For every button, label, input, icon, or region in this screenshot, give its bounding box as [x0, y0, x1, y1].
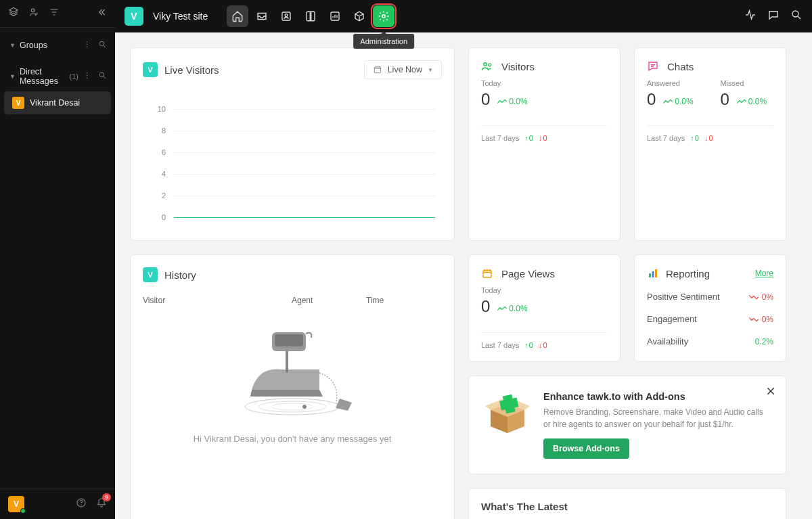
notification-badge: 9: [102, 493, 111, 501]
pageviews-card: Page Views Today 0 0.0% Last 7 days 0 0: [468, 254, 621, 362]
top-nav: Administration: [227, 5, 394, 27]
empty-mailbox-illustration: [204, 319, 380, 420]
svg-point-5: [99, 41, 104, 45]
svg-rect-25: [275, 334, 303, 346]
calendar-icon: [373, 65, 382, 74]
nav-home[interactable]: [227, 5, 248, 27]
stat-label: Today: [481, 79, 608, 87]
site-badge[interactable]: V: [125, 7, 143, 26]
close-icon[interactable]: [765, 386, 776, 399]
dm-label: Direct Messages: [20, 67, 66, 86]
addon-description: Remove Branding, Screenshare, make Video…: [543, 406, 771, 430]
chat-icon[interactable]: [767, 9, 780, 24]
svg-point-7: [87, 75, 88, 76]
missed-value: 0: [721, 90, 729, 109]
history-empty-message: Hi Vikrant Desai, you don't have any mes…: [143, 434, 442, 444]
more-icon[interactable]: [83, 71, 91, 82]
stat-value: 0: [481, 297, 490, 316]
help-icon[interactable]: [76, 497, 87, 511]
up-stat: 0: [690, 134, 699, 142]
chevron-down-icon: ▼: [9, 73, 16, 80]
stat-label: Today: [481, 286, 608, 294]
up-stat: 0: [524, 341, 533, 349]
card-title: Visitors: [501, 61, 535, 72]
search-icon[interactable]: [98, 71, 107, 82]
current-user-avatar[interactable]: V: [8, 496, 24, 512]
browse-addons-button[interactable]: Browse Add-ons: [543, 438, 629, 459]
nav-inbox[interactable]: [251, 5, 273, 27]
svg-point-6: [87, 72, 88, 74]
svg-point-1: [36, 13, 38, 15]
layers-icon[interactable]: [8, 7, 19, 20]
trend-indicator: 0.0%: [662, 97, 693, 106]
missed-label: Missed: [721, 79, 774, 87]
nav-contacts[interactable]: [275, 5, 297, 27]
history-card: V History Visitor Agent Time: [130, 254, 455, 519]
down-stat: 0: [704, 134, 713, 142]
svg-point-0: [31, 9, 35, 12]
svg-point-8: [87, 77, 88, 78]
svg-point-3: [87, 44, 88, 45]
collapse-sidebar-icon[interactable]: [96, 7, 107, 20]
card-title: Reporting: [666, 268, 710, 279]
svg-point-18: [484, 63, 487, 66]
report-row: Engagement 0%: [647, 314, 773, 324]
presence-indicator: [20, 508, 26, 514]
visitors-card: Visitors Today 0 0.0% Last 7 days 0 0: [468, 47, 621, 241]
card-title: Page Views: [501, 268, 555, 279]
svg-point-19: [489, 64, 491, 66]
dm-item[interactable]: V Vikrant Desai: [4, 91, 111, 114]
search-icon[interactable]: [790, 9, 803, 24]
notifications-icon[interactable]: 9: [96, 497, 107, 511]
site-name: Viky Test site: [153, 11, 208, 22]
dashboard-content: V Live Visitors Live Now ▼ 10 8 6 4 2 0: [115, 32, 812, 519]
down-stat: 0: [539, 341, 547, 349]
live-visitors-chart: 10 8 6 4 2 0: [143, 98, 442, 228]
bar-chart-icon: [647, 267, 659, 279]
addon-title: Enhance tawk.to with Add-ons: [543, 391, 771, 402]
top-bar: V Viky Test site Administration: [115, 0, 812, 32]
tooltip: Administration: [353, 34, 414, 49]
svg-point-4: [87, 46, 88, 47]
pages-icon: [481, 267, 493, 279]
left-sidebar: ▼ Groups ▼ Direct Messages (1) V: [0, 0, 115, 519]
chevron-down-icon: ▼: [9, 42, 16, 49]
nav-knowledge[interactable]: [300, 5, 321, 27]
card-title: Live Visitors: [164, 64, 219, 76]
sidebar-toolbar: [0, 0, 115, 28]
live-now-dropdown[interactable]: Live Now ▼: [364, 60, 442, 79]
direct-messages-heading[interactable]: ▼ Direct Messages (1): [0, 63, 115, 90]
addon-promo-card: Enhance tawk.to with Add-ons Remove Bran…: [468, 376, 786, 474]
more-link[interactable]: More: [755, 269, 773, 278]
trend-indicator: 0.0%: [497, 97, 527, 106]
stat-value: 0: [481, 90, 490, 109]
chats-card: Chats Answered 0 0.0% Missed 0: [634, 47, 786, 241]
card-title: What's The Latest: [481, 501, 773, 512]
filter-icon[interactable]: [49, 7, 60, 20]
answered-value: 0: [647, 90, 656, 109]
groups-label: Groups: [20, 41, 78, 50]
dm-name: Vikrant Desai: [30, 98, 80, 108]
trend-indicator: 0.0%: [497, 304, 527, 313]
report-value: 0.2%: [755, 337, 773, 346]
box-illustration: [484, 391, 531, 438]
svg-point-9: [99, 72, 104, 77]
card-badge: V: [143, 62, 158, 77]
trend-indicator: 0.0%: [736, 97, 767, 106]
footer-label: Last 7 days: [481, 341, 519, 349]
svg-rect-27: [483, 271, 491, 278]
svg-point-15: [382, 15, 386, 18]
activity-icon[interactable]: [744, 9, 757, 24]
more-icon[interactable]: [83, 40, 91, 51]
svg-rect-30: [655, 269, 657, 277]
down-stat: 0: [539, 134, 547, 142]
groups-heading[interactable]: ▼ Groups: [0, 36, 115, 55]
report-row: Positive Sentiment 0%: [647, 292, 773, 302]
up-stat: 0: [524, 134, 533, 142]
nav-reports[interactable]: [324, 5, 346, 27]
dm-count: (1): [70, 72, 78, 81]
nav-addons[interactable]: [348, 5, 370, 27]
search-icon[interactable]: [98, 40, 107, 51]
user-setting-icon[interactable]: [28, 7, 39, 20]
nav-administration[interactable]: Administration: [373, 5, 394, 27]
